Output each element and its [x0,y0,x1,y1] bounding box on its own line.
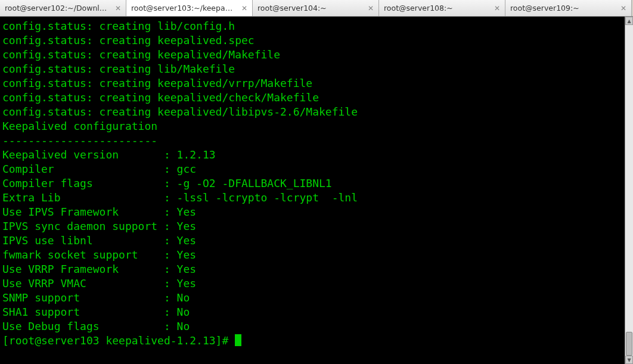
terminal-line: IPVS sync daemon support : Yes [2,219,622,234]
tab-server104[interactable]: root@server104:~ ✕ [253,0,379,16]
tab-label: root@server103:~/keepa… [131,4,238,13]
close-icon[interactable]: ✕ [620,5,626,12]
terminal-line: config.status: creating keepalived/libip… [2,105,622,119]
close-icon[interactable]: ✕ [241,5,247,12]
terminal[interactable]: config.status: creating lib/config.hconf… [0,17,625,364]
tab-server103[interactable]: root@server103:~/keepa… ✕ [126,0,253,16]
tab-server108[interactable]: root@server108:~ ✕ [379,0,505,16]
terminal-prompt-line: [root@server103 keepalived-1.2.13]# [2,334,622,348]
terminal-line: Use VRRP Framework : Yes [2,262,622,276]
tab-label: root@server104:~ [257,4,364,13]
tab-server102[interactable]: root@server102:~/Downl… ✕ [0,0,126,16]
tab-server109[interactable]: root@server109:~ ✕ [505,0,632,16]
scroll-thumb[interactable] [626,332,632,356]
terminal-line: config.status: creating keepalived.spec [2,33,622,48]
tab-label: root@server102:~/Downl… [5,4,111,13]
terminal-line: Extra Lib : -lssl -lcrypto -lcrypt -lnl [2,191,622,205]
terminal-line: Keepalived configuration [2,119,622,133]
terminal-line: Compiler flags : -g -O2 -DFALLBACK_LIBNL… [2,176,622,191]
terminal-line: config.status: creating keepalived/Makef… [2,48,622,62]
terminal-line: config.status: creating lib/Makefile [2,62,622,76]
terminal-line: fwmark socket support : Yes [2,248,622,262]
terminal-line: SHA1 support : No [2,305,622,319]
terminal-line: IPVS use libnl : Yes [2,234,622,248]
close-icon[interactable]: ✕ [115,5,121,12]
close-icon[interactable]: ✕ [494,5,500,12]
tab-bar: root@server102:~/Downl… ✕ root@server103… [0,0,633,17]
close-icon[interactable]: ✕ [368,5,374,12]
scroll-down-button[interactable]: ▼ [625,356,633,364]
terminal-line: Use VRRP VMAC : Yes [2,276,622,291]
scroll-track[interactable] [625,25,633,356]
terminal-wrap: config.status: creating lib/config.hconf… [0,17,633,364]
terminal-line: SNMP support : No [2,291,622,305]
terminal-line: Use IPVS Framework : Yes [2,205,622,219]
terminal-line: Compiler : gcc [2,162,622,176]
tab-label: root@server109:~ [510,4,617,13]
scroll-up-button[interactable]: ▲ [625,17,633,25]
terminal-line: config.status: creating keepalived/check… [2,91,622,105]
terminal-line: Keepalived version : 1.2.13 [2,148,622,162]
terminal-line: config.status: creating keepalived/vrrp/… [2,76,622,91]
cursor [235,334,241,346]
tab-label: root@server108:~ [384,4,491,13]
terminal-line: ------------------------ [2,133,622,148]
scrollbar[interactable]: ▲ ▼ [625,17,633,364]
terminal-line: Use Debug flags : No [2,319,622,334]
terminal-line: config.status: creating lib/config.h [2,19,622,33]
